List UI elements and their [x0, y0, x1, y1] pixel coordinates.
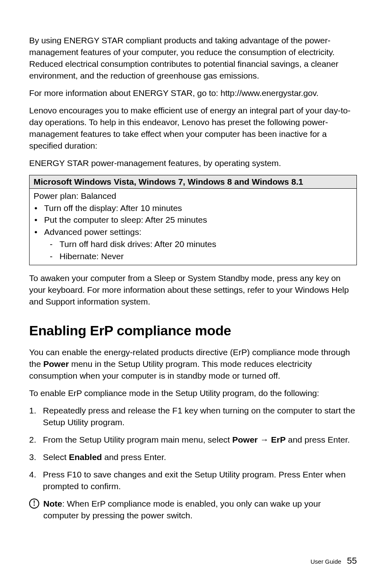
table-header: Microsoft Windows Vista, Windows 7, Wind…	[30, 175, 356, 189]
body-paragraph: ENERGY STAR power-management features, b…	[29, 158, 357, 169]
intro-text: menu in the Setup Utility program. This …	[29, 359, 312, 380]
step-text: and press Enter.	[102, 452, 166, 462]
feature-subitem: Hibernate: Never	[44, 250, 352, 262]
step-item: Select Enabled and press Enter.	[29, 452, 357, 463]
note-label: Note	[43, 499, 62, 508]
power-features-table: Microsoft Windows Vista, Windows 7, Wind…	[29, 175, 357, 265]
step-item: Press F10 to save changes and exit the S…	[29, 469, 357, 492]
step-text: From the Setup Utility program main menu…	[43, 435, 232, 444]
inline-bold: Power	[232, 435, 258, 444]
section-heading: Enabling ErP compliance mode	[29, 323, 357, 339]
table-body: Power plan: Balanced Turn off the displa…	[30, 189, 356, 265]
note-callout: ! Note: When ErP compliance mode is enab…	[29, 498, 357, 522]
page-number: 55	[347, 556, 357, 566]
step-item: Repeatedly press and release the F1 key …	[29, 405, 357, 428]
body-paragraph: For more information about ENERGY STAR, …	[29, 87, 357, 99]
feature-item: Put the computer to sleep: After 25 minu…	[34, 214, 352, 226]
power-plan-line: Power plan: Balanced	[34, 190, 352, 202]
alert-icon: !	[29, 499, 39, 509]
inline-bold: Enabled	[69, 452, 102, 462]
inline-bold: Power	[43, 359, 69, 369]
feature-subitem: Turn off hard disk drives: After 20 minu…	[44, 238, 352, 250]
note-body: : When ErP compliance mode is enabled, y…	[43, 499, 321, 520]
inline-bold: ErP	[271, 435, 286, 444]
feature-item: Turn off the display: After 10 minutes	[34, 202, 352, 214]
feature-item: Advanced power settings: Turn off hard d…	[34, 226, 352, 262]
step-text: and press Enter.	[286, 435, 350, 444]
footer-label: User Guide	[310, 558, 341, 565]
erp-intro: You can enable the energy-related produc…	[29, 347, 357, 382]
body-paragraph: To awaken your computer from a Sleep or …	[29, 273, 357, 308]
note-text: Note: When ErP compliance mode is enable…	[43, 498, 357, 522]
erp-lead: To enable ErP compliance mode in the Set…	[29, 388, 357, 399]
body-paragraph: Lenovo encourages you to make efficient …	[29, 105, 357, 152]
body-paragraph: By using ENERGY STAR compliant products …	[29, 35, 357, 82]
arrow-icon: →	[258, 435, 271, 444]
step-item: From the Setup Utility program main menu…	[29, 434, 357, 446]
feature-item-label: Advanced power settings:	[44, 227, 141, 236]
steps-list: Repeatedly press and release the F1 key …	[29, 405, 357, 492]
page-footer: User Guide 55	[310, 556, 357, 566]
step-text: Select	[43, 452, 69, 462]
